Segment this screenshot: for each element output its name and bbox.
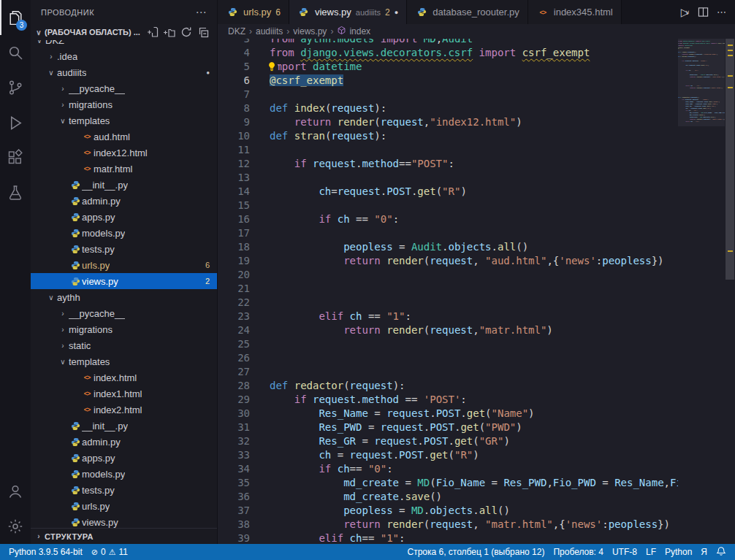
python-interpreter[interactable]: Python 3.9.5 64-bit [4, 544, 87, 560]
code-line[interactable]: 36 md_create.save() [218, 490, 678, 504]
code-line[interactable]: 5import datetime [218, 60, 678, 74]
tab-urls.py[interactable]: urls.py6 [218, 0, 289, 24]
tree-item-models.py[interactable]: models.py [31, 466, 217, 482]
account-icon[interactable] [0, 474, 31, 509]
tree-item-apps.py[interactable]: apps.py [31, 209, 217, 225]
code-line[interactable]: 4from django.views.decorators.csrf impor… [218, 46, 678, 60]
tree-item-apps.py[interactable]: apps.py [31, 450, 217, 466]
tree-item-models.py[interactable]: models.py [31, 225, 217, 241]
split-editor-icon[interactable] [698, 7, 709, 18]
code-line[interactable]: 25 [218, 337, 678, 351]
code-line[interactable]: 29 if request.method == 'POST': [218, 393, 678, 407]
run-button[interactable]: ▷∨ [681, 6, 690, 19]
code-line[interactable]: 33 ch = request.POST.get("R") [218, 448, 678, 462]
tree-item-migrations[interactable]: ›migrations [31, 96, 217, 112]
code-line[interactable]: 11 [218, 143, 678, 157]
tree-item-index1.html[interactable]: <>index1.html [31, 386, 217, 402]
editor-scrollbar[interactable] [725, 39, 735, 544]
code-line[interactable]: 26 [218, 351, 678, 365]
search-icon[interactable] [0, 35, 31, 70]
tree-item-__pycache__[interactable]: ›__pycache__ [31, 305, 217, 321]
tree-item-aud.html[interactable]: <>aud.html [31, 129, 217, 145]
code-line[interactable]: 20 [218, 268, 678, 282]
notifications-bell[interactable] [712, 544, 731, 560]
code-line[interactable]: 17 [218, 226, 678, 240]
eol-indicator[interactable]: LF [641, 544, 660, 560]
code-line[interactable]: 16 if ch == "0": [218, 212, 678, 226]
language-mode[interactable]: Python [660, 544, 696, 560]
workspace-section-header[interactable]: ∨ (РАБОЧАЯ ОБЛАСТЬ) ... [31, 24, 217, 40]
new-file-icon[interactable] [147, 26, 159, 38]
tree-item-.idea[interactable]: ›.idea [31, 48, 217, 64]
cursor-position[interactable]: Строка 6, столбец 1 (выбрано 12) [403, 544, 549, 560]
indentation-indicator[interactable]: Пробелов: 4 [549, 544, 608, 560]
code-line[interactable]: 28def redactor(request): [218, 379, 678, 393]
code-line[interactable]: 31 Res_PWD = request.POST.get("PWD") [218, 421, 678, 434]
tree-item-admin.py[interactable]: admin.py [31, 193, 217, 209]
tree-item-DKZ[interactable]: ∨DKZ [31, 40, 217, 48]
breadcrumb-item-audiiits[interactable]: audiiits [256, 26, 283, 37]
tab-views.py[interactable]: views.pyaudiiits2● [289, 0, 407, 24]
code-area[interactable]: 3from aythh.models import MD,Audit4from … [218, 39, 678, 544]
code-line[interactable]: 15 [218, 199, 678, 212]
tree-item-index12.html[interactable]: <>index12.html [31, 145, 217, 161]
code-line[interactable]: 27 [218, 365, 678, 379]
code-line[interactable]: 22 [218, 296, 678, 310]
tree-item-index2.html[interactable]: <>index2.html [31, 402, 217, 418]
tree-item-index.html[interactable]: <>index.html [31, 369, 217, 386]
tree-item-migrations[interactable]: ›migrations [31, 321, 217, 337]
code-line[interactable]: 6@csrf_exempt [218, 74, 678, 88]
code-line[interactable]: 30 Res_Name = request.POST.get("Name") [218, 407, 678, 421]
code-line[interactable]: 12 if request.method=="POST": [218, 157, 678, 171]
code-line[interactable]: 10def stran(request): [218, 129, 678, 143]
tree-item-audiiits[interactable]: ∨audiiits● [31, 64, 217, 80]
code-line[interactable]: 32 Res_GR = request.POST.get("GR") [218, 434, 678, 448]
tree-item-tests.py[interactable]: tests.py [31, 241, 217, 257]
settings-icon[interactable] [0, 509, 31, 544]
code-line[interactable]: 37 peopless = MD.objects.all() [218, 504, 678, 518]
refresh-icon[interactable] [180, 26, 192, 38]
tree-item-views.py[interactable]: views.py2 [31, 273, 217, 289]
code-line[interactable]: 39 elif ch== "1": [218, 532, 678, 544]
source-control-icon[interactable] [0, 70, 31, 105]
explorer-icon[interactable]: 3 [0, 0, 31, 35]
tree-item-aythh[interactable]: ∨aythh [31, 289, 217, 305]
tree-item-tests.py[interactable]: tests.py [31, 482, 217, 498]
code-line[interactable]: 9 return render(request,"index12.html") [218, 115, 678, 129]
tree-item-static[interactable]: ›static [31, 337, 217, 353]
tree-item-urls.py[interactable]: urls.py [31, 498, 217, 514]
language-indicator-icon[interactable]: Я [696, 544, 712, 560]
code-line[interactable]: 19 return render(request, "aud.html",{'n… [218, 254, 678, 268]
more-actions-icon[interactable]: ⋯ [196, 6, 207, 19]
tree-item-urls.py[interactable]: urls.py6 [31, 257, 217, 273]
breadcrumb-item-views.py[interactable]: views.py [293, 26, 327, 37]
problems-indicator[interactable]: ⊘ 0 ⚠ 11 [87, 544, 132, 560]
code-line[interactable]: 24 return render(request,"matr.html") [218, 323, 678, 337]
code-line[interactable]: 14 ch=request.POST.get("R") [218, 185, 678, 199]
tree-item-admin.py[interactable]: admin.py [31, 434, 217, 450]
tree-item-views.py[interactable]: views.py [31, 514, 217, 528]
code-line[interactable]: 7 [218, 88, 678, 101]
encoding-indicator[interactable]: UTF-8 [608, 544, 641, 560]
code-line[interactable]: 38 return render(request, "matr.html",{'… [218, 518, 678, 532]
code-line[interactable]: 3from aythh.models import MD,Audit [218, 39, 678, 46]
tree-item-templates[interactable]: ∨templates [31, 353, 217, 369]
code-line[interactable]: 35 md_create = MD(Fio_Name = Res_PWD,Fio… [218, 476, 678, 490]
breadcrumb-item-index[interactable]: index [337, 26, 370, 37]
tab-database_roouter.py[interactable]: database_roouter.py [407, 0, 528, 24]
tree-item-__init__.py[interactable]: __init__.py [31, 177, 217, 193]
tree-item-templates[interactable]: ∨templates [31, 112, 217, 129]
tree-item-__init__.py[interactable]: __init__.py [31, 418, 217, 434]
new-folder-icon[interactable] [164, 26, 175, 38]
outline-section-header[interactable]: › СТРУКТУРА [31, 528, 217, 544]
tree-item-matr.html[interactable]: <>matr.html [31, 161, 217, 177]
collapse-all-icon[interactable] [197, 26, 209, 38]
code-line[interactable]: 13 [218, 171, 678, 185]
breadcrumb-item-DKZ[interactable]: DKZ [228, 26, 245, 37]
tree-item-__pycache__[interactable]: ›__pycache__ [31, 80, 217, 96]
lightbulb-icon[interactable] [266, 61, 278, 74]
code-line[interactable]: 8def index(request): [218, 101, 678, 115]
code-line[interactable]: 18 peopless = Audit.objects.all() [218, 240, 678, 254]
tab-index345.html[interactable]: <>index345.html [528, 0, 622, 24]
code-line[interactable]: 23 elif ch == "1": [218, 310, 678, 323]
